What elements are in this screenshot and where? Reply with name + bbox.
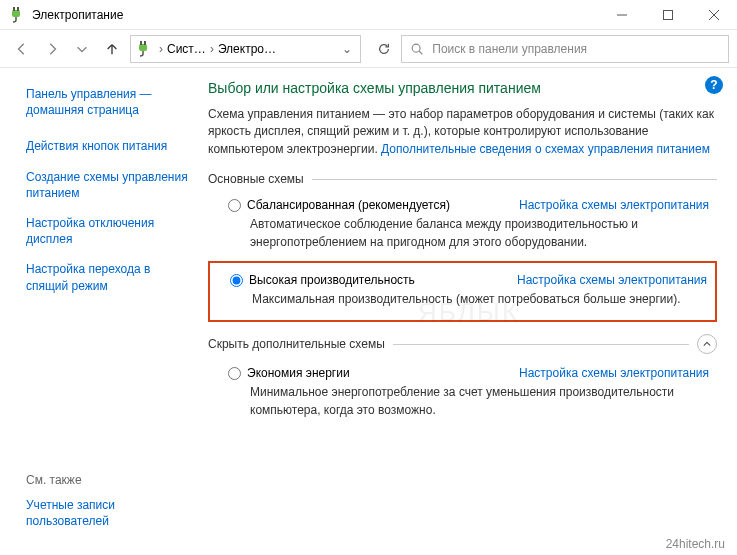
svg-line-11 [419,51,422,54]
breadcrumb[interactable]: › Сист… › Электро… ⌄ [130,35,361,63]
power-plug-icon [8,7,24,23]
sidebar-item-sleep[interactable]: Настройка перехода в спящий режим [26,261,188,293]
site-caption: 24hitech.ru [666,537,725,551]
intro-link[interactable]: Дополнительные сведения о схемах управле… [381,142,710,156]
content-body: Панель управления — домашняя страница Де… [0,68,737,555]
help-button[interactable]: ? [705,76,723,94]
scheme-settings-link[interactable]: Настройка схемы электропитания [519,198,709,212]
page-heading: Выбор или настройка схемы управления пит… [208,80,717,96]
svg-rect-7 [139,44,147,51]
sidebar-item-display-off[interactable]: Настройка отключения дисплея [26,215,188,247]
breadcrumb-item[interactable]: Сист… [167,42,206,56]
scheme-radio-power-saver[interactable]: Экономия энергии [228,366,507,380]
scheme-name: Сбалансированная (рекомендуется) [247,198,450,212]
scheme-settings-link[interactable]: Настройка схемы электропитания [517,273,707,287]
chevron-down-icon[interactable]: ⌄ [338,42,356,56]
chevron-right-icon: › [210,42,214,56]
sidebar-item-create-plan[interactable]: Создание схемы управления питанием [26,169,188,201]
radio-input[interactable] [228,367,241,380]
sidebar-item-power-buttons[interactable]: Действия кнопок питания [26,138,188,154]
radio-input[interactable] [230,274,243,287]
chevron-right-icon: › [159,42,163,56]
see-also-label: См. также [26,473,186,487]
navbar: › Сист… › Электро… ⌄ [0,30,737,68]
sidebar: Панель управления — домашняя страница Де… [0,68,200,555]
nav-forward-button[interactable] [38,35,66,63]
group-label-main: Основные схемы [208,172,717,186]
titlebar: Электропитание [0,0,737,30]
nav-recent-dropdown[interactable] [68,35,96,63]
minimize-button[interactable] [599,0,645,29]
scheme-settings-link[interactable]: Настройка схемы электропитания [519,366,709,380]
scheme-radio-balanced[interactable]: Сбалансированная (рекомендуется) [228,198,507,212]
main-panel: ? Выбор или настройка схемы управления п… [200,68,737,555]
scheme-high-performance: Высокая производительность Настройка схе… [208,261,717,322]
divider [393,344,689,345]
svg-rect-1 [13,7,15,11]
svg-rect-8 [140,41,142,45]
search-box[interactable] [401,35,729,63]
scheme-power-saver: Экономия энергии Настройка схемы электро… [208,362,717,429]
close-button[interactable] [691,0,737,29]
chevron-up-icon [703,340,711,348]
collapse-button[interactable] [697,334,717,354]
svg-rect-2 [17,7,19,11]
search-icon [410,42,424,56]
divider [312,179,717,180]
svg-rect-4 [664,10,673,19]
svg-point-10 [412,44,420,52]
svg-rect-0 [12,10,20,17]
window-controls [599,0,737,29]
scheme-radio-high-perf[interactable]: Высокая производительность [230,273,505,287]
group-label-extra[interactable]: Скрыть дополнительные схемы [208,334,717,354]
scheme-desc: Минимальное энергопотребление за счет ум… [250,384,709,419]
radio-input[interactable] [228,199,241,212]
intro-text: Схема управления питанием — это набор па… [208,106,717,158]
group-label-text: Основные схемы [208,172,304,186]
sidebar-see-also: См. также Учетные записи пользователей [26,473,186,543]
nav-up-button[interactable] [98,35,126,63]
search-input[interactable] [432,42,720,56]
scheme-desc: Автоматическое соблюдение баланса между … [250,216,709,251]
sidebar-see-also-link[interactable]: Учетные записи пользователей [26,497,186,529]
sidebar-home-link[interactable]: Панель управления — домашняя страница [26,86,188,118]
power-plug-icon [135,41,151,57]
scheme-name: Экономия энергии [247,366,350,380]
window-title: Электропитание [32,8,599,22]
maximize-button[interactable] [645,0,691,29]
group-label-text: Скрыть дополнительные схемы [208,337,385,351]
refresh-button[interactable] [369,35,399,63]
scheme-desc: Максимальная производительность (может п… [252,291,707,308]
breadcrumb-item[interactable]: Электро… [218,42,276,56]
scheme-name: Высокая производительность [249,273,415,287]
scheme-balanced: Сбалансированная (рекомендуется) Настрой… [208,194,717,261]
nav-back-button[interactable] [8,35,36,63]
svg-rect-9 [144,41,146,45]
